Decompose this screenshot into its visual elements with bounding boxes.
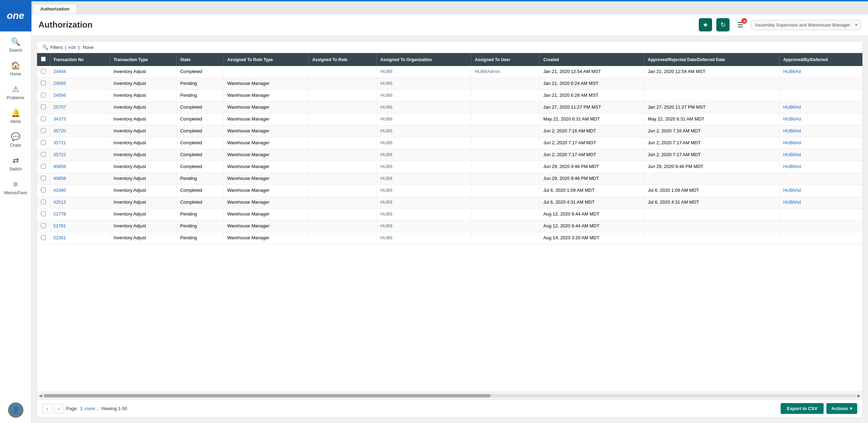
filters-paren-open: ( [65, 45, 66, 50]
row-checkbox[interactable] [41, 93, 46, 97]
approved-by-link[interactable]: HUB6Ad [783, 69, 801, 74]
row-checkbox-cell [37, 125, 50, 137]
approved-by-link[interactable]: HUB6Ad [783, 104, 801, 110]
row-checkbox[interactable] [41, 69, 46, 74]
org-link[interactable]: HUB6 [380, 93, 393, 98]
row-checkbox[interactable] [41, 116, 46, 121]
next-page-button[interactable]: › [54, 404, 64, 414]
approved-by-link[interactable]: HUB6Ad [783, 128, 801, 133]
transaction-link[interactable]: 52261 [53, 235, 66, 240]
cell-transaction-type: Inventory Adjust [110, 232, 177, 244]
cell-role [309, 125, 377, 137]
transaction-link[interactable]: 42512 [53, 199, 66, 205]
cell-role [309, 220, 377, 232]
cell-approved-by: HUB6Ad [780, 161, 862, 173]
transaction-link[interactable]: 24404 [53, 69, 66, 74]
org-link[interactable]: HUB6 [380, 235, 393, 240]
org-link[interactable]: HUB6 [380, 104, 393, 110]
notification-menu-button[interactable]: ☰ ★ [734, 18, 747, 31]
scroll-left-arrow[interactable]: ◀ [39, 393, 42, 398]
approved-by-link[interactable]: HUB6Ad [783, 199, 801, 205]
transaction-link[interactable]: 35721 [53, 140, 66, 145]
cell-approved-by [780, 173, 862, 185]
transaction-link[interactable]: 24555 [53, 81, 66, 86]
col-transaction-type: Transaction Type [110, 53, 177, 66]
user-link[interactable]: HUB6Admin [475, 69, 500, 74]
transaction-link[interactable]: 35720 [53, 128, 66, 133]
row-checkbox[interactable] [41, 176, 46, 181]
role-dropdown[interactable]: Assembly Supervisor and Warehouse Manage… [751, 20, 861, 30]
cell-state: Completed [177, 102, 223, 114]
row-checkbox[interactable] [41, 140, 46, 145]
row-checkbox[interactable] [41, 235, 46, 240]
sidebar-item-chats[interactable]: 💬 Chats [0, 128, 31, 152]
sidebar-item-home[interactable]: 🏠 Home [0, 57, 31, 81]
transaction-link[interactable]: 51778 [53, 211, 66, 217]
org-link[interactable]: HUB6 [380, 164, 393, 169]
row-checkbox[interactable] [41, 188, 46, 192]
transaction-link[interactable]: 25707 [53, 104, 66, 110]
row-checkbox[interactable] [41, 152, 46, 157]
approved-by-link[interactable]: HUB6Ad [783, 188, 801, 193]
prev-page-button[interactable]: ‹ [42, 404, 52, 414]
transaction-link[interactable]: 34373 [53, 116, 66, 122]
sidebar-item-problems[interactable]: ⚠ Problems [0, 81, 31, 104]
export-csv-button[interactable]: Export to CSV [781, 403, 824, 414]
org-link[interactable]: HUB6 [380, 223, 393, 228]
row-checkbox[interactable] [41, 81, 46, 86]
approved-by-link[interactable]: HUB6Ad [783, 116, 801, 122]
sidebar-item-search[interactable]: 🔍 Search [0, 33, 31, 57]
row-checkbox-cell [37, 90, 50, 102]
org-link[interactable]: HUB6 [380, 152, 393, 157]
row-checkbox[interactable] [41, 104, 46, 109]
sidebar-logo[interactable]: one [0, 0, 31, 31]
transaction-link[interactable]: 42480 [53, 188, 66, 193]
refresh-button[interactable]: ↻ [716, 18, 730, 31]
org-link[interactable]: HUB6 [380, 140, 393, 145]
sidebar-item-menus[interactable]: ≡ Menus/Favs [0, 176, 31, 199]
cell-created: Jun 29, 2020 9:48 PM MDT [540, 161, 644, 173]
transaction-link[interactable]: 40856 [53, 164, 66, 169]
col-state: State [177, 53, 223, 66]
tab-authorization[interactable]: Authorization [33, 4, 77, 14]
transaction-link[interactable]: 35722 [53, 152, 66, 157]
scroll-right-arrow[interactable]: ▶ [857, 393, 861, 398]
data-table-wrapper[interactable]: Transaction No Transaction Type State As… [37, 53, 863, 392]
transaction-link[interactable]: 24566 [53, 93, 66, 98]
row-checkbox[interactable] [41, 199, 46, 204]
cell-transaction-type: Inventory Adjust [110, 90, 177, 102]
approved-by-link[interactable]: HUB6Ad [783, 152, 801, 157]
transaction-link[interactable]: 40858 [53, 176, 66, 181]
sidebar-item-switch[interactable]: ⇄ Switch [0, 152, 31, 176]
org-link[interactable]: HUB6 [380, 116, 393, 122]
scrollbar-track[interactable] [44, 394, 856, 398]
org-link[interactable]: HUB6 [380, 176, 393, 181]
cell-transaction-type: Inventory Adjust [110, 137, 177, 149]
org-link[interactable]: HUB6 [380, 128, 393, 133]
row-checkbox[interactable] [41, 128, 46, 133]
transaction-link[interactable]: 51781 [53, 223, 66, 228]
row-checkbox[interactable] [41, 164, 46, 169]
cell-approved-date [644, 173, 780, 185]
approved-by-link[interactable]: HUB6Ad [783, 164, 801, 169]
row-checkbox-cell [37, 78, 50, 90]
actions-button[interactable]: Actions ▾ [826, 403, 857, 414]
org-link[interactable]: HUB6 [380, 81, 393, 86]
page-header: Authorization ★ ↻ ☰ ★ Assembly Superviso… [31, 14, 868, 36]
table-row: 24566Inventory AdjustPendingWarehouse Ma… [37, 90, 862, 102]
cell-created: Jan 27, 2020 11:27 PM MST [540, 102, 644, 114]
org-link[interactable]: HUB6 [380, 211, 393, 217]
cell-user [471, 173, 540, 185]
user-avatar[interactable]: 👤 [8, 402, 23, 418]
row-checkbox[interactable] [41, 211, 46, 216]
sidebar-item-alerts[interactable]: 🔔 Alerts [0, 104, 31, 128]
approved-by-link[interactable]: HUB6Ad [783, 140, 801, 145]
favorite-button[interactable]: ★ [699, 18, 712, 31]
org-link[interactable]: HUB6 [380, 69, 393, 74]
row-checkbox[interactable] [41, 223, 46, 228]
select-all-checkbox[interactable] [41, 57, 46, 61]
filters-edit-link[interactable]: edit [69, 45, 76, 50]
org-link[interactable]: HUB6 [380, 188, 393, 193]
more-pages-link[interactable]: more... [85, 406, 99, 411]
org-link[interactable]: HUB6 [380, 199, 393, 205]
